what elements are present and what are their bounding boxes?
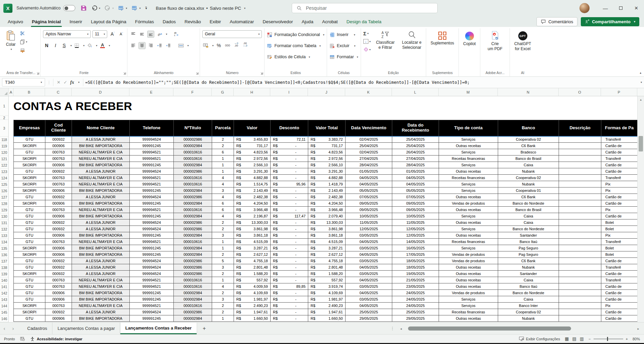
- ribbon-tab-layout-da-pagina[interactable]: Layout da Página: [87, 16, 131, 27]
- cell-n-titulo[interactable]: 000010616: [174, 303, 212, 309]
- cell-descricao[interactable]: [559, 200, 601, 207]
- cell-tipo-de-conta[interactable]: Serviços: [439, 213, 498, 219]
- align-bottom-button[interactable]: [147, 31, 154, 38]
- cell-cod-cliente[interactable]: 000932: [45, 136, 72, 143]
- cell-cod-cliente[interactable]: 000932: [45, 219, 72, 226]
- cell-banco[interactable]: Banco do Nordeste: [498, 290, 559, 296]
- cell-data-recebimento[interactable]: 16/05/2025: [392, 245, 439, 251]
- cell-desconto[interactable]: R$-: [271, 219, 308, 226]
- cell-valor-total[interactable]: R$3.291,30: [308, 168, 346, 175]
- cell-telefone[interactable]: 999991245: [130, 290, 174, 296]
- cell-cod-cliente[interactable]: 000763: [45, 149, 72, 156]
- cell-desconto[interactable]: R$-: [271, 162, 308, 168]
- col-header-valor[interactable]: Valor: [234, 120, 271, 136]
- col-header-tipo-de-conta[interactable]: Tipo de conta: [439, 120, 498, 136]
- cell-parcela[interactable]: 3: [212, 187, 234, 194]
- cell-valor[interactable]: R$2.143,49: [234, 187, 271, 194]
- cell-banco[interactable]: Cooperativa 02: [498, 175, 559, 181]
- cell-cod-cliente[interactable]: 000906: [45, 232, 72, 239]
- row-header-120[interactable]: 120: [0, 149, 8, 156]
- cell-tipo-de-conta[interactable]: Outras receitas: [439, 219, 498, 226]
- cell-data-recebimento[interactable]: 05/05/2025: [392, 187, 439, 194]
- cell-data-recebimento[interactable]: 21/05/2025: [392, 277, 439, 283]
- cell-data-vencimento[interactable]: 05/05/2025: [346, 187, 392, 194]
- autosum-button[interactable]: Σ▾: [363, 30, 371, 36]
- cell-n-titulo[interactable]: 000002984: [174, 296, 212, 303]
- cell-nome-cliente[interactable]: NEREU ALTMAYER E CIA: [72, 175, 130, 181]
- cell-parcela[interactable]: 2: [212, 290, 234, 296]
- cell-formas-de-pagamento[interactable]: Transferê: [601, 277, 638, 283]
- cell-parcela[interactable]: 4: [212, 213, 234, 219]
- cell-tipo-de-conta[interactable]: Receitas financeiras: [439, 309, 498, 315]
- col-header-banco[interactable]: Banco: [498, 120, 559, 136]
- bold-button[interactable]: N: [43, 42, 50, 49]
- cell-data-vencimento[interactable]: 25/04/2025: [346, 143, 392, 149]
- increase-indent-button[interactable]: [165, 42, 172, 49]
- align-middle-button[interactable]: [138, 31, 146, 38]
- cell-tipo-de-conta[interactable]: Serviços: [439, 296, 498, 303]
- cancel-formula-button[interactable]: ✕: [57, 80, 61, 85]
- cell-cod-cliente[interactable]: 000932: [45, 194, 72, 200]
- cell-telefone[interactable]: 999994521: [130, 283, 174, 290]
- cell-cod-cliente[interactable]: 000906: [45, 143, 72, 149]
- cell-n-titulo[interactable]: 000002986: [174, 168, 212, 175]
- horizontal-scrollbar[interactable]: ◂ ▸: [399, 325, 641, 332]
- cell-descricao[interactable]: [559, 168, 601, 175]
- font-dialog-launcher[interactable]: [123, 72, 126, 75]
- cell-valor[interactable]: R$4.515,09: [234, 239, 271, 245]
- cell-cod-cliente[interactable]: 000932: [45, 309, 72, 315]
- cell-empresas[interactable]: SKORPI: [14, 143, 45, 149]
- row-header-121[interactable]: 121: [0, 156, 8, 162]
- increase-font-button[interactable]: Aˆ: [109, 31, 116, 38]
- cell-data-recebimento[interactable]: 24/05/2025: [392, 290, 439, 296]
- cell-descricao[interactable]: [559, 194, 601, 200]
- column-header-m[interactable]: M: [439, 88, 498, 96]
- maximize-button[interactable]: [613, 0, 629, 16]
- cell-parcela[interactable]: 4: [212, 181, 234, 187]
- wrap-text-button[interactable]: abc: [173, 31, 180, 38]
- cell-data-vencimento[interactable]: 25/05/2025: [346, 309, 392, 315]
- italic-button[interactable]: I: [52, 42, 59, 49]
- cell-desconto[interactable]: R$72,11: [271, 136, 308, 143]
- cell-desconto[interactable]: R$-: [271, 303, 308, 309]
- cell-nome-cliente[interactable]: A LESSA JUNIOR: [72, 258, 130, 264]
- cell-cod-cliente[interactable]: 000906: [45, 187, 72, 194]
- cell-data-recebimento[interactable]: 25/05/2025: [392, 309, 439, 315]
- cell-data-recebimento[interactable]: 25/04/2025: [392, 136, 439, 143]
- cell-empresas[interactable]: GTU: [14, 315, 45, 322]
- row-header-124[interactable]: 124: [0, 175, 8, 181]
- cell-telefone[interactable]: 999994524: [130, 309, 174, 315]
- col-header-descricao[interactable]: Descrição: [559, 120, 601, 136]
- row-header-135[interactable]: 135: [0, 245, 8, 252]
- cell-descricao[interactable]: [559, 143, 601, 149]
- alignment-dialog-launcher[interactable]: [196, 72, 199, 75]
- cell-desconto[interactable]: R$-: [271, 296, 308, 303]
- cell-telefone[interactable]: 999991245: [130, 143, 174, 149]
- cell-data-recebimento[interactable]: 18/05/2025: [392, 264, 439, 271]
- cell-formas-de-pagamento[interactable]: Bolet: [601, 226, 638, 232]
- cell-data-recebimento[interactable]: 12/05/2025: [392, 232, 439, 239]
- format-as-table-button[interactable]: Formatar como Tabela▾: [267, 41, 321, 50]
- cell-formas-de-pagamento[interactable]: Cartão de: [601, 258, 638, 264]
- row-header-130[interactable]: 130: [0, 213, 8, 220]
- cell-tipo-de-conta[interactable]: Outras receitas: [439, 315, 498, 322]
- cell-data-vencimento[interactable]: 03/05/2025: [346, 296, 392, 303]
- cell-banco[interactable]: C6 Bank: [498, 194, 559, 200]
- column-header-l[interactable]: L: [392, 88, 439, 96]
- ribbon-tab-desenvolvedor[interactable]: Desenvolvedor: [258, 16, 297, 27]
- new-sheet-button[interactable]: +: [197, 322, 212, 334]
- cell-formas-de-pagamento[interactable]: Pix: [601, 187, 638, 194]
- ribbon-tab-inserir[interactable]: Inserir: [65, 16, 87, 27]
- cell-tipo-de-conta[interactable]: Outras receitas: [439, 264, 498, 271]
- row-header-125[interactable]: 125: [0, 181, 8, 188]
- cell-desconto[interactable]: R$-: [271, 207, 308, 213]
- cell-telefone[interactable]: 999991245: [130, 200, 174, 207]
- cell-desconto[interactable]: R$-: [271, 245, 308, 251]
- cell-nome-cliente[interactable]: BM BIKE IMPORTADORA: [72, 232, 130, 239]
- cell-nome-cliente[interactable]: BM BIKE IMPORTADORA: [72, 143, 130, 149]
- column-header-g[interactable]: G: [212, 88, 234, 96]
- cell-valor[interactable]: R$4.882,88: [234, 175, 271, 181]
- cell-tipo-de-conta[interactable]: Receitas financeiras: [439, 175, 498, 181]
- cell-nome-cliente[interactable]: A LESSA JUNIOR: [72, 194, 130, 200]
- column-header-f[interactable]: F: [173, 88, 212, 96]
